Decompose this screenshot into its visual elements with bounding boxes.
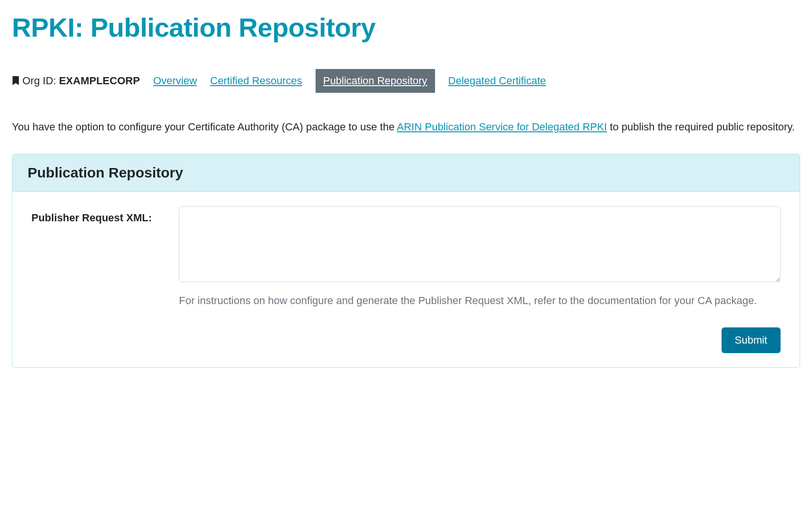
- nav-row: Org ID: EXAMPLECORP Overview Certified R…: [12, 69, 800, 93]
- tab-delegated-certificate[interactable]: Delegated Certificate: [448, 72, 546, 90]
- bookmark-icon: [12, 76, 20, 86]
- publisher-request-xml-label: Publisher Request XML:: [31, 206, 169, 224]
- intro-suffix: to publish the required public repositor…: [607, 121, 795, 133]
- card-body: Publisher Request XML: For instructions …: [12, 192, 800, 367]
- tab-publication-repository[interactable]: Publication Repository: [316, 69, 435, 93]
- publication-repository-card: Publication Repository Publisher Request…: [12, 154, 800, 368]
- org-id-value: EXAMPLECORP: [59, 75, 140, 87]
- intro-prefix: You have the option to configure your Ce…: [12, 121, 397, 133]
- submit-button[interactable]: Submit: [722, 327, 781, 353]
- button-row: Submit: [31, 327, 781, 353]
- intro-text: You have the option to configure your Ce…: [12, 119, 800, 135]
- help-text: For instructions on how configure and ge…: [179, 293, 781, 308]
- org-id-label: Org ID:: [22, 75, 56, 87]
- intro-link[interactable]: ARIN Publication Service for Delegated R…: [397, 121, 607, 133]
- form-input-col: For instructions on how configure and ge…: [179, 206, 781, 308]
- form-row: Publisher Request XML: For instructions …: [31, 206, 781, 308]
- tab-overview[interactable]: Overview: [153, 72, 197, 90]
- page-title: RPKI: Publication Repository: [12, 12, 800, 43]
- tab-certified-resources[interactable]: Certified Resources: [210, 72, 302, 90]
- card-header: Publication Repository: [12, 154, 800, 192]
- org-id: Org ID: EXAMPLECORP: [12, 75, 140, 87]
- publisher-request-xml-input[interactable]: [179, 206, 781, 282]
